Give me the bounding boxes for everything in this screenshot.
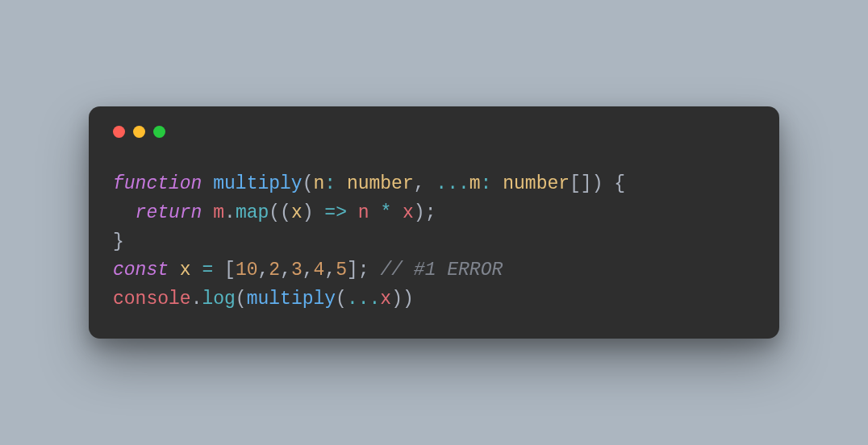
keyword-return: return [136, 202, 202, 223]
variable-x: x [180, 260, 191, 281]
literal-number: 10 [236, 260, 258, 281]
identifier-console: console [113, 289, 191, 310]
identifier-m: m [213, 202, 224, 223]
comment-error: // #1 ERROR [380, 260, 503, 281]
brace-close: } [113, 231, 124, 252]
type-number: number [347, 173, 414, 194]
identifier-n: n [358, 202, 369, 223]
keyword-function: function [113, 173, 202, 194]
param-m: m [469, 173, 481, 194]
keyword-const: const [113, 260, 169, 281]
identifier-x: x [403, 202, 414, 223]
param-n: n [313, 173, 324, 194]
close-icon[interactable] [113, 126, 125, 138]
multiply-operator: * [380, 202, 391, 223]
spread-operator: ... [436, 173, 469, 194]
type-number: number [503, 173, 570, 194]
method-log: log [202, 289, 235, 310]
maximize-icon[interactable] [153, 126, 165, 138]
minimize-icon[interactable] [133, 126, 145, 138]
identifier-x: x [380, 289, 391, 310]
method-map: map [236, 202, 269, 223]
function-name: multiply [213, 173, 302, 194]
arrow-operator: => [324, 202, 347, 223]
code-window: function multiply(n: number, ...m: numbe… [89, 106, 779, 338]
function-call-multiply: multiply [247, 289, 336, 310]
traffic-lights [113, 126, 755, 138]
spread-operator: ... [347, 289, 380, 310]
code-block: function multiply(n: number, ...m: numbe… [113, 170, 755, 314]
param-x: x [291, 202, 303, 223]
